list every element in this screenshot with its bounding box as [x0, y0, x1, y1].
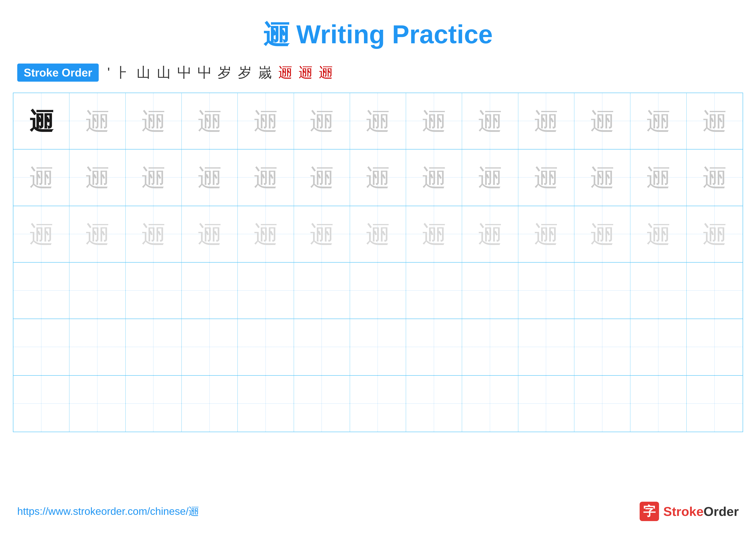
- grid-cell-empty[interactable]: [462, 319, 518, 375]
- grid-cell-empty[interactable]: [14, 319, 69, 375]
- grid-cell[interactable]: 逦: [350, 149, 406, 206]
- grid-cell[interactable]: 逦: [182, 149, 238, 206]
- grid-cell[interactable]: 逦: [630, 93, 687, 149]
- grid-cell-empty[interactable]: [238, 263, 294, 318]
- grid-cell[interactable]: 逦: [574, 93, 630, 149]
- grid-cell-empty[interactable]: [126, 319, 182, 375]
- grid-cell-empty[interactable]: [350, 376, 406, 432]
- grid-cell[interactable]: 逦: [182, 93, 238, 149]
- grid-cell[interactable]: 逦: [350, 206, 406, 262]
- grid-cell-empty[interactable]: [574, 319, 630, 375]
- grid-cell[interactable]: 逦: [69, 149, 125, 206]
- grid-cell[interactable]: 逦: [238, 149, 294, 206]
- grid-cell[interactable]: 逦: [126, 149, 182, 206]
- stroke-step-8: 岁: [238, 63, 252, 82]
- grid-cell[interactable]: 逦: [518, 206, 574, 262]
- grid-cell[interactable]: 逦: [182, 206, 238, 262]
- grid-cell-empty[interactable]: [182, 263, 238, 318]
- title-text: Writing Practice: [296, 20, 493, 49]
- grid-cell-empty[interactable]: [69, 319, 125, 375]
- grid-cell[interactable]: 逦: [687, 206, 742, 262]
- practice-char: 逦: [86, 222, 109, 246]
- grid-cell-empty[interactable]: [182, 376, 238, 432]
- footer-url[interactable]: https://www.strokeorder.com/chinese/逦: [17, 504, 199, 518]
- practice-char: 逦: [703, 165, 726, 189]
- grid-cell-empty[interactable]: [574, 263, 630, 318]
- logo-text: StrokeOrder: [663, 504, 739, 519]
- practice-char: 逦: [198, 222, 222, 246]
- grid-cell[interactable]: 逦: [687, 149, 742, 206]
- grid-cell[interactable]: 逦: [238, 206, 294, 262]
- grid-cell-empty[interactable]: [518, 263, 574, 318]
- grid-cell-empty[interactable]: [406, 376, 462, 432]
- grid-cell[interactable]: 逦: [294, 93, 350, 149]
- grid-cell-empty[interactable]: [687, 376, 742, 432]
- grid-cell-empty[interactable]: [462, 376, 518, 432]
- grid-cell[interactable]: 逦: [126, 93, 182, 149]
- practice-char: 逦: [590, 165, 614, 189]
- grid-cell[interactable]: 逦: [574, 149, 630, 206]
- grid-cell-empty[interactable]: [294, 263, 350, 318]
- grid-cell[interactable]: 逦: [14, 149, 69, 206]
- grid-cell-empty[interactable]: [406, 319, 462, 375]
- grid-cell-empty[interactable]: [238, 319, 294, 375]
- practice-char: 逦: [198, 109, 222, 133]
- grid-cell-empty[interactable]: [126, 263, 182, 318]
- grid-cell-empty[interactable]: [294, 319, 350, 375]
- grid-cell-empty[interactable]: [69, 263, 125, 318]
- grid-cell[interactable]: 逦: [574, 206, 630, 262]
- grid-cell-empty[interactable]: [518, 376, 574, 432]
- grid-cell-empty[interactable]: [687, 319, 742, 375]
- grid-cell-empty[interactable]: [182, 319, 238, 375]
- grid-cell[interactable]: 逦: [630, 206, 687, 262]
- grid-cell[interactable]: 逦: [69, 93, 125, 149]
- grid-cell[interactable]: 逦: [462, 206, 518, 262]
- grid-cell[interactable]: 逦: [630, 149, 687, 206]
- grid-cell[interactable]: 逦: [69, 206, 125, 262]
- grid-cell[interactable]: 逦: [687, 93, 742, 149]
- grid-cell[interactable]: 逦: [14, 93, 69, 149]
- practice-char: 逦: [30, 165, 53, 189]
- practice-char: 逦: [254, 222, 278, 246]
- grid-cell[interactable]: 逦: [294, 206, 350, 262]
- grid-cell[interactable]: 逦: [238, 93, 294, 149]
- grid-cell-empty[interactable]: [406, 263, 462, 318]
- grid-cell-empty[interactable]: [574, 376, 630, 432]
- grid-cell-empty[interactable]: [69, 376, 125, 432]
- grid-cell-empty[interactable]: [238, 376, 294, 432]
- grid-cell-empty[interactable]: [294, 376, 350, 432]
- grid-cell[interactable]: 逦: [518, 149, 574, 206]
- stroke-step-7: 岁: [218, 63, 231, 82]
- grid-cell-empty[interactable]: [350, 263, 406, 318]
- grid-cell[interactable]: 逦: [406, 93, 462, 149]
- stroke-step-10: 逦: [279, 63, 292, 82]
- grid-cell-empty[interactable]: [630, 263, 687, 318]
- grid-cell-empty[interactable]: [14, 263, 69, 318]
- practice-char: 逦: [366, 165, 390, 189]
- grid-cell-empty[interactable]: [630, 319, 687, 375]
- grid-cell[interactable]: 逦: [462, 93, 518, 149]
- grid-cell-empty[interactable]: [350, 319, 406, 375]
- grid-cell[interactable]: 逦: [126, 206, 182, 262]
- practice-char: 逦: [310, 165, 334, 189]
- grid-cell[interactable]: 逦: [14, 206, 69, 262]
- grid-cell-empty[interactable]: [14, 376, 69, 432]
- practice-char: 逦: [478, 109, 502, 133]
- grid-cell-empty[interactable]: [462, 263, 518, 318]
- grid-cell[interactable]: 逦: [294, 149, 350, 206]
- grid-cell[interactable]: 逦: [518, 93, 574, 149]
- stroke-step-2: ⺊: [116, 63, 130, 82]
- grid-cell[interactable]: 逦: [406, 149, 462, 206]
- grid-row-1: 逦 逦 逦 逦 逦 逦 逦 逦 逦 逦 逦 逦: [14, 93, 742, 149]
- footer: https://www.strokeorder.com/chinese/逦 字 …: [17, 502, 739, 521]
- grid-cell-empty[interactable]: [518, 319, 574, 375]
- practice-char: 逦: [30, 222, 53, 246]
- practice-char: 逦: [478, 165, 502, 189]
- grid-cell[interactable]: 逦: [406, 206, 462, 262]
- grid-cell[interactable]: 逦: [462, 149, 518, 206]
- grid-cell[interactable]: 逦: [350, 93, 406, 149]
- grid-cell-empty[interactable]: [126, 376, 182, 432]
- practice-char: 逦: [142, 165, 165, 189]
- grid-cell-empty[interactable]: [687, 263, 742, 318]
- grid-cell-empty[interactable]: [630, 376, 687, 432]
